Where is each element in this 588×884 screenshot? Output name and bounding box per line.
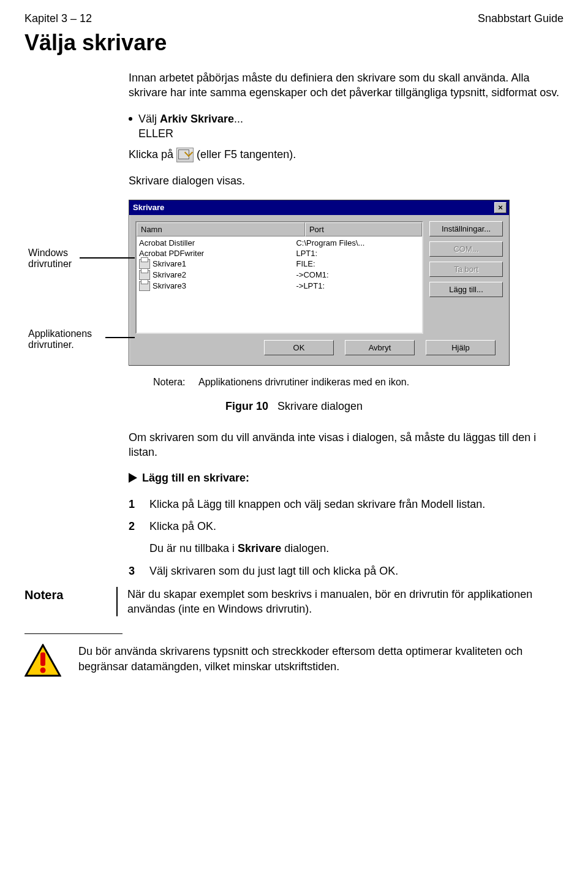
cancel-button[interactable]: Avbryt [345,340,415,355]
printer-row[interactable]: Skrivare3->LPT1: [137,281,422,292]
click-instruction: Klicka på (eller F5 tangenten). [129,147,564,162]
column-port[interactable]: Port [305,222,422,236]
ok-button[interactable]: OK [264,340,334,355]
help-button[interactable]: Hjälp [426,340,496,355]
callout-line [105,337,135,338]
after-dialog-text: Om skrivaren som du vill använda inte vi… [129,430,564,460]
printer-icon [139,270,150,280]
add-printer-heading: Lägg till en skrivare: [129,470,564,485]
step-row: 1Klicka på Lägg till knappen och välj se… [129,497,564,512]
intro-paragraph: Innan arbetet påbörjas måste du definier… [129,70,564,100]
svg-point-2 [40,668,46,673]
callout-app-drivers: Applikationens drivrutiner. [28,328,92,350]
settings-button[interactable]: Inställningar... [429,221,503,236]
note-label: Notera: [153,377,185,387]
step-row: Du är nu tillbaka i Skrivare dialogen. [129,541,564,556]
close-button[interactable]: × [494,202,507,213]
warning-text: Du bör använda skrivarens typsnitt och s… [78,644,564,674]
header-guide: Snabbstart Guide [478,12,564,25]
warning-icon [24,644,61,677]
step-text: Välj skrivaren som du just lagt till och… [149,564,564,578]
remove-button: Ta bort [429,262,503,277]
play-icon [129,473,137,483]
bullet-bold: Arkiv Skrivare [160,113,234,125]
printer-icon [139,259,150,269]
step-number [129,541,141,556]
printer-port: ->COM1: [296,270,420,279]
dialog-title: Skrivare [133,203,164,212]
bullet-post: ... [234,113,243,125]
printer-name: Acrobat PDFwriter [139,249,204,258]
printer-row[interactable]: Skrivare1FILE: [137,259,422,270]
header-chapter: Kapitel 3 – 12 [24,12,92,25]
printer-port: FILE: [296,259,420,268]
step-row: 2Klicka på OK. [129,519,564,534]
printer-toolbar-icon [176,148,194,162]
step-number: 2 [129,519,141,534]
note-side-label: Notera [24,587,116,602]
printer-list[interactable]: Namn Port Acrobat DistillerC:\Program Fi… [135,221,423,334]
printer-name: Acrobat Distiller [139,238,195,247]
bullet-icon [129,117,132,121]
com-button: COM... [429,241,503,257]
svg-rect-1 [40,652,45,666]
column-name[interactable]: Namn [137,222,305,236]
printer-row[interactable]: Acrobat DistillerC:\Program Files\... [137,238,422,248]
printer-row[interactable]: Acrobat PDFwriterLPT1: [137,248,422,259]
divider [24,633,123,634]
step-number: 3 [129,564,141,578]
bullet-pre: Välj [138,113,160,125]
page-title: Välja skrivare [24,30,564,56]
printer-port: ->LPT1: [296,281,420,290]
inline-note: Notera: Applikationens drivrutiner indik… [153,377,564,388]
printer-port: C:\Program Files\... [296,238,420,247]
printer-dialog: Skrivare × Namn Port Acrobat DistillerC:… [129,200,510,366]
printer-row[interactable]: Skrivare2->COM1: [137,270,422,281]
printer-name: Skrivare3 [153,281,186,290]
instruction-bullet: Välj Arkiv Skrivare... ELLER [129,111,564,142]
step-row: 3Välj skrivaren som du just lagt till oc… [129,564,564,578]
dialog-shown-text: Skrivare dialogen visas. [129,173,564,188]
callout-line [80,257,135,259]
printer-port: LPT1: [296,249,420,258]
note-side-text: När du skapar exemplet som beskrivs i ma… [116,587,564,617]
figure-caption: Figur 10 Skrivare dialogen [24,400,564,413]
or-label: ELLER [138,127,173,140]
step-text: Klicka på Lägg till knappen och välj sed… [149,497,564,512]
note-text: Applikationens drivrutiner indikeras med… [198,377,409,387]
callout-windows-drivers: Windows drivrutiner [28,247,72,270]
step-text: Klicka på OK. [149,519,564,534]
printer-icon [139,281,150,291]
printer-name: Skrivare2 [153,270,186,279]
step-number: 1 [129,497,141,512]
add-button[interactable]: Lägg till... [429,282,503,297]
printer-name: Skrivare1 [153,259,186,268]
step-text: Du är nu tillbaka i Skrivare dialogen. [149,541,564,556]
